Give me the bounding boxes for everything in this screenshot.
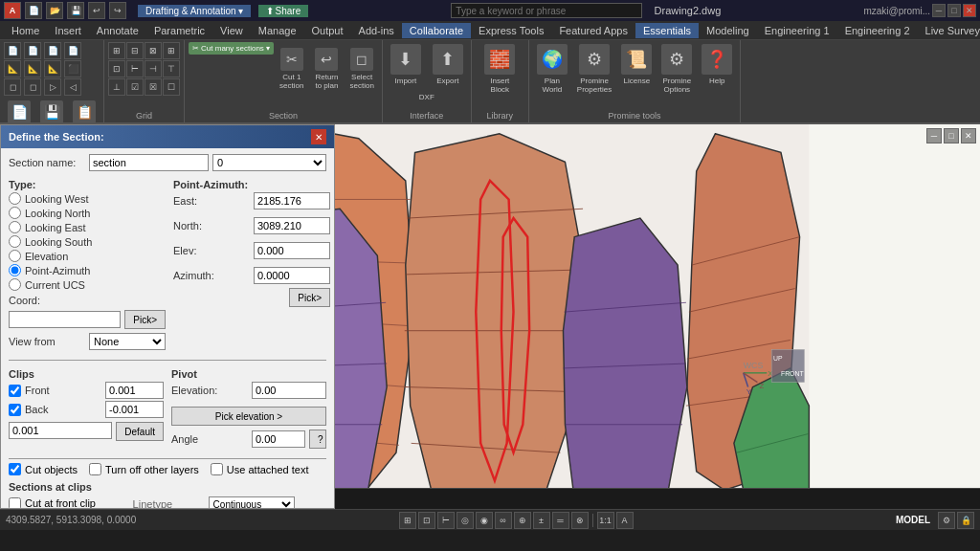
menu-modeling[interactable]: Modeling [699, 23, 757, 38]
export-btn[interactable]: ⬆ Export [429, 42, 467, 87]
radio-south-input[interactable] [9, 235, 21, 248]
select-section-btn[interactable]: ◻ Selectsection [345, 46, 377, 92]
plan-world-btn[interactable]: 🌍 PlanWorld [533, 42, 571, 96]
grid-btn-1[interactable]: ⊞ [108, 42, 125, 59]
filler-btn-2[interactable]: 📄 [24, 42, 41, 59]
menu-parametric[interactable]: Parametric [146, 23, 212, 38]
vp-close-btn[interactable]: ✕ [961, 128, 976, 143]
grid-btn-5[interactable]: ⊡ [108, 60, 125, 77]
tp-toggle[interactable]: ⊗ [571, 512, 589, 529]
menu-manage[interactable]: Manage [251, 23, 304, 38]
share-btn[interactable]: ⬆ Share [258, 5, 309, 17]
workspace-btn[interactable]: ⚙ [938, 512, 955, 529]
grid-btn-3[interactable]: ⊠ [145, 42, 162, 59]
insert-layers-btn[interactable]: 📄 InsertLayers [4, 99, 34, 124]
grid-btn-9[interactable]: ⊥ [108, 78, 125, 96]
back-input[interactable] [105, 401, 164, 418]
coord-input[interactable] [9, 311, 121, 328]
filler-btn-5[interactable]: 📐 [4, 60, 21, 77]
pick-btn-2[interactable]: Pick> [289, 288, 330, 307]
use-attached-checkbox[interactable] [211, 463, 223, 475]
anno-vis[interactable]: A [616, 512, 634, 529]
minimize-btn[interactable]: ─ [932, 4, 946, 17]
menu-output[interactable]: Output [304, 23, 351, 38]
section-dropdown[interactable]: 0 [212, 154, 326, 171]
vp-maximize-btn[interactable]: □ [944, 128, 959, 143]
extra-input[interactable] [9, 422, 112, 439]
menu-collaborate[interactable]: Collaborate [402, 23, 471, 38]
grid-btn-11[interactable]: ☒ [145, 78, 162, 96]
view-from-select[interactable]: None [89, 333, 166, 350]
cut-front-clip-checkbox[interactable] [9, 497, 21, 510]
radio-east-input[interactable] [9, 221, 21, 233]
filler-btn-8[interactable]: ⬛ [64, 60, 81, 77]
filler-btn-12[interactable]: ◁ [64, 78, 81, 96]
menu-survey[interactable]: Live Survey [918, 23, 980, 38]
anno-scale[interactable]: 1:1 [597, 512, 614, 529]
grid-btn-7[interactable]: ⊣ [145, 60, 162, 77]
grid-btn-10[interactable]: ☑ [126, 78, 144, 96]
import-btn[interactable]: ⬇ Import [387, 42, 425, 87]
menu-view[interactable]: View [212, 23, 251, 38]
back-checkbox[interactable] [9, 404, 21, 416]
east-input[interactable] [254, 192, 330, 209]
azimuth-input[interactable] [254, 267, 330, 284]
menu-featured[interactable]: Featured Apps [551, 23, 635, 38]
front-input[interactable] [105, 382, 164, 399]
return-to-plan-btn[interactable]: ↩ Returnto plan [311, 46, 342, 92]
grid-btn-12[interactable]: ☐ [163, 78, 180, 96]
osnap-toggle[interactable]: ◉ [476, 512, 493, 529]
angle-input[interactable] [252, 430, 305, 448]
elevation-input[interactable] [252, 382, 326, 399]
menu-addins[interactable]: Add-ins [351, 23, 402, 38]
north-input[interactable] [254, 217, 330, 234]
menu-essentials[interactable]: Essentials [635, 23, 699, 38]
snap-toggle[interactable]: ⊡ [418, 512, 435, 529]
lw-toggle[interactable]: ═ [552, 512, 569, 529]
menu-eng2[interactable]: Engineering 2 [837, 23, 918, 38]
filler-btn-4[interactable]: 📄 [64, 42, 81, 59]
radio-azimuth-input[interactable] [9, 264, 21, 276]
filler-btn-6[interactable]: 📐 [24, 60, 41, 77]
maximize-btn[interactable]: □ [947, 4, 961, 17]
workflow-selector[interactable]: Drafting & Annotation ▾ [138, 5, 251, 17]
radio-west-input[interactable] [9, 192, 21, 205]
linetype-select-1[interactable]: Continuous [209, 496, 295, 509]
search-input[interactable] [451, 3, 642, 18]
dyn-toggle[interactable]: ± [533, 512, 550, 529]
cut-many-btn[interactable]: ✂Cut many sections ▾ [189, 42, 274, 55]
vp-minimize-btn[interactable]: ─ [926, 128, 942, 143]
grid-btn-6[interactable]: ⊢ [126, 60, 144, 77]
filler-btn-11[interactable]: ▷ [44, 78, 61, 96]
menu-express[interactable]: Express Tools [471, 23, 551, 38]
ui-lock-btn[interactable]: 🔒 [957, 512, 974, 529]
filler-btn-7[interactable]: 📐 [44, 60, 61, 77]
ducs-toggle[interactable]: ⊕ [514, 512, 531, 529]
front-checkbox[interactable] [9, 385, 21, 397]
filler-btn-9[interactable]: ◻ [4, 78, 21, 96]
question-btn[interactable]: ? [309, 430, 326, 449]
redo-btn[interactable]: ↪ [109, 2, 126, 19]
menu-eng1[interactable]: Engineering 1 [757, 23, 837, 38]
promine-options-btn[interactable]: ⚙ PromineOptions [657, 42, 696, 96]
model-space-indicator[interactable]: MODEL [896, 515, 930, 525]
radio-north-input[interactable] [9, 207, 21, 219]
filler-btn-10[interactable]: ◻ [24, 78, 41, 96]
menu-insert[interactable]: Insert [47, 23, 89, 38]
quick-access-save[interactable]: 💾 [67, 2, 84, 19]
otrack-toggle[interactable]: ∞ [495, 512, 512, 529]
polar-toggle[interactable]: ◎ [457, 512, 474, 529]
section-name-input[interactable] [89, 154, 209, 171]
cut-objects-checkbox[interactable] [9, 463, 21, 475]
dialog-close-btn[interactable]: ✕ [311, 129, 326, 144]
menu-annotate[interactable]: Annotate [89, 23, 146, 38]
cut1-section-btn[interactable]: ✂ Cut 1section [276, 46, 307, 92]
quick-access-new[interactable]: 📄 [25, 2, 42, 19]
grid-btn-4[interactable]: ⊞ [163, 42, 180, 59]
quick-access-open[interactable]: 📂 [46, 2, 63, 19]
promine-properties-btn[interactable]: ⚙ PromineProperties [573, 42, 615, 96]
menu-home[interactable]: Home [4, 23, 47, 38]
app-icon[interactable]: A [4, 2, 21, 19]
grid-btn-2[interactable]: ⊟ [126, 42, 144, 59]
filler-btn-1[interactable]: 📄 [4, 42, 21, 59]
